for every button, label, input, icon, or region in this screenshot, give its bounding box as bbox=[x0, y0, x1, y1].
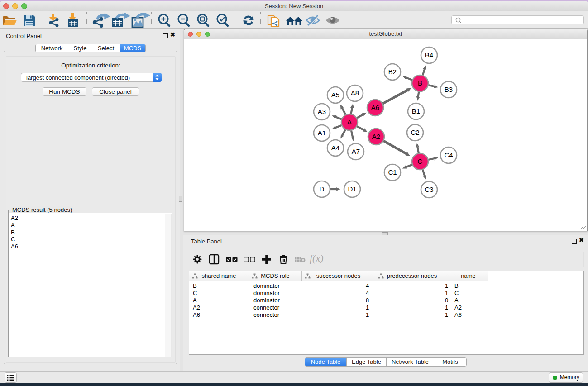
svg-text:A8: A8 bbox=[351, 89, 359, 97]
svg-text:A2: A2 bbox=[372, 133, 380, 140]
svg-text:A3: A3 bbox=[318, 108, 326, 115]
svg-text:C1: C1 bbox=[388, 168, 397, 176]
svg-text:A4: A4 bbox=[331, 144, 339, 152]
svg-text:A5: A5 bbox=[331, 91, 339, 99]
svg-text:A6: A6 bbox=[371, 104, 379, 111]
svg-text:B2: B2 bbox=[388, 68, 397, 76]
svg-text:D1: D1 bbox=[348, 185, 356, 193]
svg-text:A7: A7 bbox=[352, 148, 360, 155]
svg-text:B4: B4 bbox=[425, 51, 433, 59]
svg-text:C2: C2 bbox=[411, 129, 419, 136]
svg-text:A: A bbox=[347, 118, 352, 126]
svg-text:B1: B1 bbox=[412, 107, 420, 115]
svg-text:C4: C4 bbox=[444, 151, 453, 159]
svg-text:C: C bbox=[418, 157, 423, 165]
svg-text:A1: A1 bbox=[318, 129, 326, 137]
svg-text:C3: C3 bbox=[425, 186, 433, 193]
svg-text:B3: B3 bbox=[445, 86, 453, 93]
svg-text:D: D bbox=[320, 185, 325, 193]
svg-text:B: B bbox=[418, 79, 422, 87]
